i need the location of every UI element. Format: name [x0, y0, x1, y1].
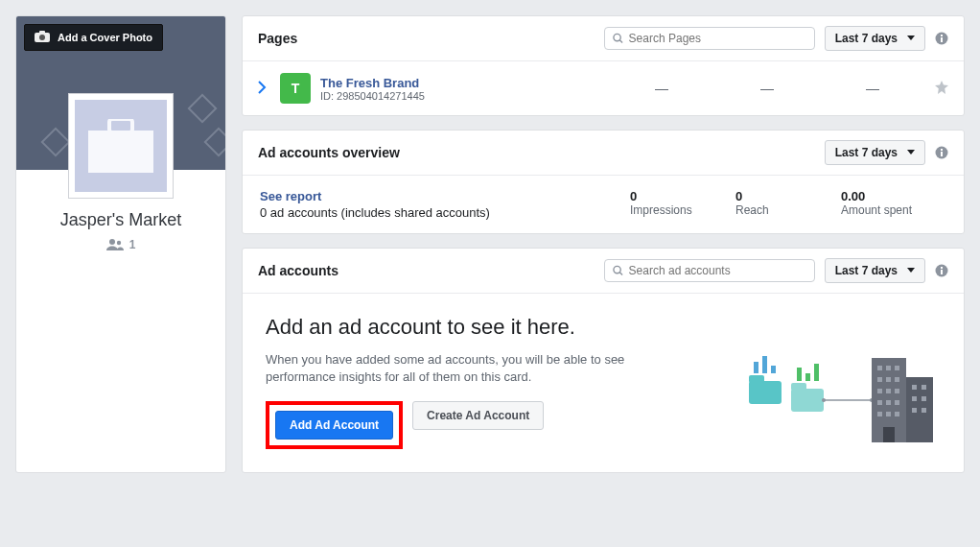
chevron-right-icon[interactable] — [258, 81, 267, 97]
svg-rect-20 — [749, 381, 782, 404]
svg-line-16 — [619, 273, 622, 275]
search-pages-input[interactable] — [629, 32, 806, 45]
search-adaccounts-input[interactable] — [629, 264, 806, 277]
search-adaccounts[interactable] — [604, 259, 815, 282]
svg-line-8 — [619, 40, 622, 43]
svg-rect-39 — [886, 377, 891, 382]
svg-rect-28 — [805, 373, 810, 381]
highlight-annotation: Add Ad Account — [266, 401, 403, 449]
adaccounts-date-picker[interactable]: Last 7 days — [825, 258, 925, 283]
info-icon[interactable] — [935, 32, 948, 45]
svg-rect-41 — [877, 389, 882, 393]
add-ad-account-button[interactable]: Add Ad Account — [275, 411, 393, 440]
svg-rect-3 — [88, 131, 153, 173]
business-name: Jasper's Market — [16, 210, 225, 230]
svg-rect-47 — [877, 412, 882, 416]
page-badge: T — [280, 73, 311, 104]
caret-down-icon — [907, 36, 915, 41]
stat-reach-label: Reach — [735, 203, 841, 217]
overview-date-label: Last 7 days — [835, 146, 898, 159]
svg-point-6 — [116, 241, 120, 245]
adaccounts-card: Ad accounts Last 7 days Add an ad accoun… — [242, 248, 965, 473]
svg-rect-40 — [895, 377, 899, 382]
stat-impressions-value: 0 — [630, 189, 735, 203]
camera-icon — [35, 31, 50, 44]
svg-rect-48 — [886, 412, 891, 416]
overview-date-picker[interactable]: Last 7 days — [825, 140, 925, 165]
info-icon[interactable] — [935, 264, 948, 277]
caret-down-icon — [907, 268, 915, 274]
overview-subtitle: 0 ad accounts (includes shared accounts) — [260, 205, 630, 220]
cover-area: Add a Cover Photo — [16, 16, 225, 170]
svg-rect-43 — [895, 389, 899, 393]
add-cover-photo-button[interactable]: Add a Cover Photo — [24, 24, 163, 51]
svg-rect-14 — [941, 149, 943, 151]
svg-point-5 — [109, 239, 115, 245]
stat-spent-label: Amount spent — [841, 203, 946, 217]
svg-rect-29 — [814, 364, 819, 381]
search-icon — [613, 265, 623, 276]
see-report-link[interactable]: See report — [260, 189, 630, 203]
svg-rect-53 — [922, 396, 926, 401]
svg-point-7 — [614, 34, 620, 40]
members-count-value: 1 — [129, 238, 136, 251]
svg-rect-1 — [39, 31, 45, 34]
svg-rect-19 — [941, 267, 943, 269]
svg-rect-27 — [797, 368, 802, 381]
pages-card: Pages Last 7 days T T — [242, 15, 965, 116]
pages-date-label: Last 7 days — [835, 32, 898, 45]
svg-rect-24 — [771, 366, 776, 373]
stat-spent-value: 0.00 — [841, 189, 946, 203]
star-icon[interactable] — [935, 81, 948, 97]
adaccounts-date-label: Last 7 days — [835, 264, 898, 277]
empty-description: When you have added some ad accounts, yo… — [266, 351, 668, 386]
svg-rect-50 — [912, 385, 917, 390]
overview-card: Ad accounts overview Last 7 days See rep… — [242, 130, 965, 234]
briefcase-icon — [88, 119, 153, 173]
page-name-link[interactable]: The Fresh Brand — [320, 76, 609, 90]
svg-rect-21 — [749, 375, 764, 383]
page-metric-3: — — [820, 81, 925, 96]
svg-rect-36 — [886, 366, 891, 370]
page-metric-2: — — [714, 81, 820, 96]
svg-rect-4 — [109, 119, 132, 132]
svg-rect-23 — [762, 356, 767, 373]
empty-illustration — [739, 341, 941, 449]
svg-rect-52 — [912, 396, 917, 401]
business-sidebar: Add a Cover Photo Jasper's Market — [15, 15, 226, 473]
stat-impressions-label: Impressions — [630, 203, 735, 217]
page-metric-1: — — [609, 81, 714, 96]
svg-point-15 — [614, 266, 620, 273]
svg-rect-56 — [883, 427, 895, 442]
search-pages[interactable] — [604, 27, 815, 50]
svg-rect-37 — [895, 366, 899, 370]
page-row: T The Fresh Brand ID: 298504014271445 — … — [243, 61, 964, 115]
svg-rect-38 — [877, 377, 882, 382]
stat-reach-value: 0 — [735, 189, 841, 203]
svg-rect-11 — [941, 35, 943, 36]
adaccounts-title: Ad accounts — [258, 263, 595, 278]
svg-rect-22 — [754, 362, 758, 373]
search-icon — [613, 33, 623, 44]
overview-title: Ad accounts overview — [258, 145, 815, 160]
svg-rect-42 — [886, 389, 891, 393]
svg-point-31 — [822, 398, 826, 402]
svg-rect-45 — [886, 400, 891, 405]
svg-rect-35 — [877, 366, 882, 370]
info-icon[interactable] — [935, 146, 948, 159]
svg-rect-54 — [912, 408, 917, 413]
caret-down-icon — [907, 150, 915, 155]
svg-rect-55 — [922, 408, 926, 413]
pages-date-picker[interactable]: Last 7 days — [825, 26, 925, 51]
pages-title: Pages — [258, 31, 595, 46]
svg-rect-10 — [941, 37, 943, 42]
svg-rect-51 — [922, 385, 926, 390]
create-ad-account-button[interactable]: Create Ad Account — [412, 401, 544, 430]
add-cover-photo-label: Add a Cover Photo — [58, 32, 152, 43]
page-id: ID: 298504014271445 — [320, 90, 609, 102]
svg-point-2 — [39, 35, 45, 40]
svg-rect-26 — [791, 383, 806, 391]
avatar[interactable] — [68, 93, 174, 199]
svg-rect-25 — [791, 389, 824, 412]
svg-rect-49 — [895, 412, 899, 416]
